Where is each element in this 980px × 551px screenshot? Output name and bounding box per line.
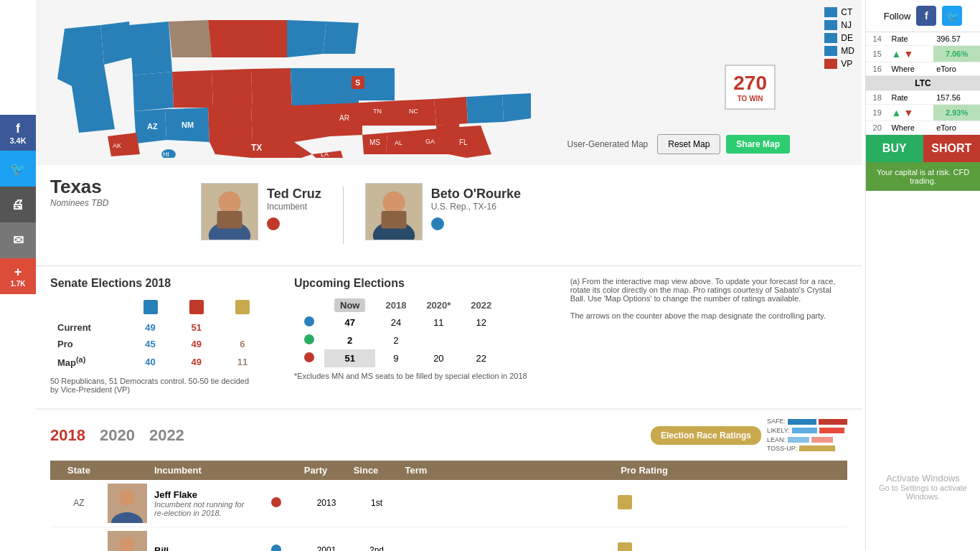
print-icon: 🖨	[11, 197, 24, 212]
az-incumbent-note: Incumbent not running for re-election in…	[154, 500, 251, 517]
reset-map-button[interactable]: Reset Map	[657, 134, 720, 154]
az2-party-cell	[251, 545, 301, 551]
share-map-button[interactable]: Share Map	[726, 135, 790, 154]
crypto-num-16: 16	[866, 62, 888, 76]
election-race-ratings-button[interactable]: Election Race Ratings	[651, 426, 761, 445]
senate-pro-red: 49	[174, 336, 220, 352]
az-rating-dot	[618, 495, 632, 509]
crypto-row-14: 14 Rate 396.57	[866, 32, 980, 46]
state-mt[interactable]	[129, 22, 172, 75]
al-label: AL	[395, 139, 402, 146]
svg-point-5	[382, 192, 405, 214]
senate-table: Senate Elections 2018	[50, 277, 265, 394]
email-button[interactable]: ✉	[0, 222, 36, 258]
elections-section: Senate Elections 2018	[36, 266, 862, 405]
tossup-bar	[799, 446, 835, 451]
state-ks[interactable]	[251, 105, 294, 142]
state-info: Texas Nominees TBD	[50, 176, 187, 208]
state-wa[interactable]	[57, 25, 108, 93]
state-nd[interactable]	[169, 20, 212, 57]
candidate1-name: Ted Cruz	[267, 187, 321, 202]
senate-header-tan	[220, 297, 265, 319]
state-tn-ky[interactable]	[362, 100, 402, 126]
state-il[interactable]	[291, 68, 326, 108]
state-ca[interactable]	[72, 86, 115, 133]
tn-label: TN	[373, 108, 382, 115]
buy-button[interactable]: BUY	[866, 135, 923, 162]
short-button[interactable]: SHORT	[923, 135, 981, 162]
state-ne[interactable]	[212, 69, 253, 108]
upcoming-2018-red: 9	[375, 349, 416, 367]
upcoming-header-now: Now	[324, 297, 375, 314]
header-party: Party	[291, 465, 341, 476]
hi-label: HI	[163, 151, 169, 158]
crypto-num-15: 15	[866, 46, 888, 62]
activate-windows-sub: Go to Settings to activate Windows.	[873, 484, 973, 501]
state-nc-sc[interactable]	[402, 99, 436, 126]
senate-header-red	[174, 297, 220, 319]
ga-label: GA	[425, 138, 435, 145]
race-table-header: State Incumbent Party Since Term Pro Rat…	[50, 461, 847, 480]
state-fl[interactable]	[448, 126, 491, 158]
plus-button[interactable]: + 1.7K	[0, 258, 36, 294]
print-button[interactable]: 🖨	[0, 187, 36, 222]
state-va[interactable]	[434, 97, 468, 126]
state-mi-up[interactable]	[323, 22, 359, 54]
rating-safe-row: SAFE:	[767, 417, 847, 426]
follow-label: Follow	[884, 11, 911, 22]
upcoming-header-2018: 2018	[375, 297, 416, 314]
upcoming-row-blue: 47 24 11 12	[294, 314, 501, 331]
state-wi[interactable]	[287, 20, 326, 57]
state-wy[interactable]	[172, 70, 213, 108]
state-mo[interactable]	[294, 104, 330, 142]
candidate1-photo	[201, 183, 258, 240]
candidate2-photo	[365, 183, 423, 240]
ar-label: AR	[339, 114, 349, 122]
follow-twitter-button[interactable]: 🐦	[942, 6, 962, 26]
az2-term-cell: 2nd	[352, 545, 402, 551]
state-or[interactable]	[100, 22, 133, 65]
arrow-up-icon2: ▲	[891, 107, 901, 118]
upcoming-header-2022: 2022	[461, 297, 501, 314]
follow-facebook-button[interactable]: f	[916, 6, 936, 26]
state-id[interactable]	[133, 72, 174, 111]
state-nj-ny[interactable]	[502, 93, 531, 122]
state-ne-east[interactable]	[466, 95, 504, 123]
upcoming-row-red: 51 9 20 22	[294, 349, 501, 367]
crypto-value-16: eToro	[933, 62, 980, 76]
legend-box-nj	[824, 20, 837, 30]
upcoming-data-table: Now 2018 2020* 2022 47 24 11 12	[294, 297, 501, 367]
year-tab-2018[interactable]: 2018	[50, 426, 85, 445]
year-tab-2020[interactable]: 2020	[100, 426, 135, 445]
header-since: Since	[341, 465, 391, 476]
arrow-up-icon: ▲	[891, 48, 901, 60]
senate-header-blue	[127, 297, 173, 319]
az-portrait	[108, 484, 147, 523]
state-mn[interactable]	[248, 20, 287, 57]
state-co[interactable]	[208, 106, 253, 142]
ltc-header: LTC	[866, 76, 980, 91]
facebook-button[interactable]: f 3.4K	[0, 115, 36, 151]
win-number: 270	[733, 72, 767, 95]
state-ia[interactable]	[251, 68, 292, 108]
upcoming-2022-blue: 12	[461, 314, 501, 331]
facebook-count: 3.4K	[9, 136, 26, 145]
year-tab-2022[interactable]: 2022	[149, 426, 184, 445]
win-badge: 270 TO WIN	[725, 65, 776, 110]
candidate2-portrait	[366, 183, 422, 240]
az-photo	[108, 484, 147, 523]
state-name: Texas	[50, 176, 187, 198]
follow-bar: Follow f 🐦	[866, 0, 980, 32]
az-rating-cell	[402, 495, 847, 512]
state-sd[interactable]	[208, 20, 248, 57]
az-party-cell	[251, 497, 301, 509]
twitter-button[interactable]: 🐦	[0, 151, 36, 187]
legend-label-nj: NJ	[841, 20, 852, 30]
crypto-value-18: 157.56	[933, 91, 980, 105]
legend-nj: NJ	[824, 20, 854, 30]
now-label: Now	[334, 298, 365, 312]
lean-bar-red	[811, 437, 833, 443]
twitter-icon: 🐦	[10, 161, 26, 176]
senate-label-current: Current	[50, 319, 127, 336]
legend-label-de: DE	[841, 33, 853, 43]
